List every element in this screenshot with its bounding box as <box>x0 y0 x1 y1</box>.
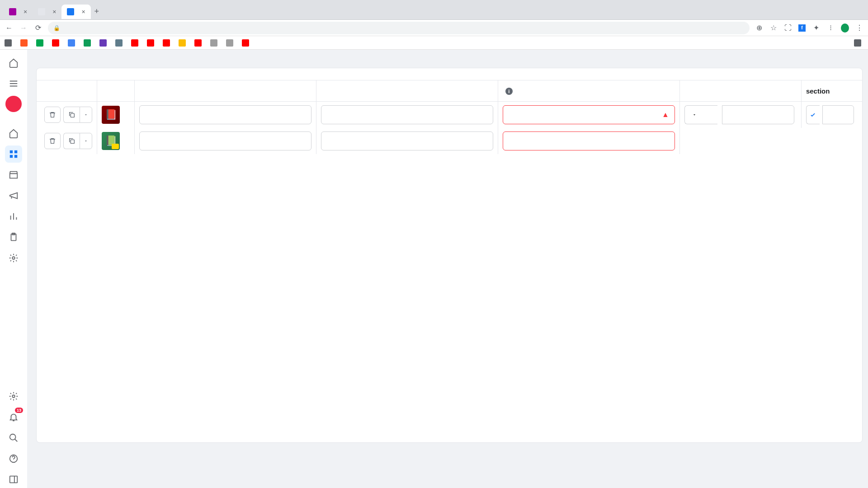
link-input[interactable] <box>509 111 658 119</box>
price-input[interactable] <box>722 105 794 124</box>
page-title <box>36 50 868 68</box>
close-icon[interactable]: × <box>52 8 56 15</box>
browser-tab-1[interactable]: × <box>4 5 33 19</box>
th-actions <box>37 80 97 102</box>
table-row: 📕 <box>37 102 862 128</box>
bookmark-item[interactable] <box>52 39 61 47</box>
left-nav: 13 <box>0 50 27 488</box>
help-icon[interactable] <box>5 450 22 467</box>
shop-icon[interactable] <box>5 166 22 183</box>
bookmark-item[interactable] <box>20 39 30 47</box>
link-field[interactable]: ▲ <box>503 105 675 124</box>
th-description <box>316 80 498 102</box>
svg-rect-1 <box>14 150 17 153</box>
bookmark-item[interactable] <box>163 39 172 47</box>
extensions-icon[interactable]: ✦ <box>812 24 820 32</box>
reading-list[interactable] <box>854 39 863 47</box>
copy-dropdown[interactable] <box>80 133 92 149</box>
gear-icon[interactable] <box>5 249 22 267</box>
bookmark-item[interactable] <box>210 39 220 47</box>
menu-icon[interactable] <box>5 75 22 92</box>
description-field[interactable] <box>321 105 493 124</box>
menu-icon[interactable]: ⁝ <box>826 24 835 32</box>
home-icon[interactable] <box>5 54 22 71</box>
svg-point-7 <box>10 434 16 440</box>
apps-bookmark[interactable] <box>5 39 14 47</box>
tab-favicon <box>67 8 74 15</box>
forward-button[interactable]: → <box>19 24 28 32</box>
delete-button[interactable] <box>44 133 61 149</box>
home-nav-icon[interactable] <box>5 125 22 142</box>
svg-rect-9 <box>10 476 18 483</box>
th-price <box>680 80 722 102</box>
th-sale-price: section <box>802 80 862 102</box>
back-button[interactable]: ← <box>5 24 14 32</box>
bookmark-item[interactable] <box>131 39 141 47</box>
gear-icon[interactable] <box>5 388 22 405</box>
browser-tab-3[interactable]: × <box>61 5 90 19</box>
delete-button[interactable] <box>44 107 61 123</box>
product-thumbnail[interactable]: 📗 <box>102 132 120 150</box>
bookmark-item[interactable] <box>179 39 188 47</box>
bell-icon[interactable]: 13 <box>5 408 22 426</box>
url-bar[interactable]: 🔒 <box>48 22 750 34</box>
star-icon[interactable]: ☆ <box>769 24 778 32</box>
currency-select[interactable] <box>684 105 717 124</box>
chevron-down-icon <box>692 113 697 117</box>
translate-icon[interactable]: ⛶ <box>784 24 792 32</box>
svg-point-6 <box>12 395 15 398</box>
copy-button[interactable] <box>63 107 80 123</box>
more-icon[interactable]: ⋮ <box>855 24 863 32</box>
summary-row <box>37 68 862 80</box>
description-field[interactable] <box>321 131 493 150</box>
title-input[interactable] <box>145 137 302 145</box>
clipboard-icon[interactable] <box>5 229 22 246</box>
copy-dropdown[interactable] <box>80 107 92 123</box>
sale-checkbox[interactable] <box>806 105 820 124</box>
search-icon[interactable] <box>5 429 22 446</box>
title-input[interactable] <box>145 111 302 119</box>
th-images <box>97 80 134 102</box>
table-row: 📗 <box>37 128 862 154</box>
svg-rect-10 <box>71 113 74 117</box>
info-icon[interactable]: i <box>505 88 513 95</box>
svg-point-5 <box>12 257 15 259</box>
bookmark-item[interactable] <box>242 39 251 47</box>
close-icon[interactable]: × <box>24 8 27 15</box>
app: 13 <box>0 50 868 488</box>
browser-url-row: ← → ⟳ 🔒 ⊕ ☆ ⛶ f ✦ ⁝ ⋮ <box>0 20 868 36</box>
title-field[interactable] <box>139 131 311 150</box>
profile-avatar[interactable] <box>5 96 22 112</box>
bookmark-item[interactable] <box>147 39 156 47</box>
th-price-amount <box>722 80 802 102</box>
copy-button[interactable] <box>63 133 80 149</box>
fb-extension-icon[interactable]: f <box>798 24 806 32</box>
bookmark-item[interactable] <box>226 39 236 47</box>
bookmark-item[interactable] <box>99 39 109 47</box>
analytics-icon[interactable] <box>5 208 22 225</box>
reload-button[interactable]: ⟳ <box>33 23 42 32</box>
sidebar-icon[interactable] <box>5 471 22 488</box>
link-field[interactable] <box>503 131 675 150</box>
megaphone-icon[interactable] <box>5 187 22 204</box>
browser-tab-2[interactable]: × <box>33 5 61 19</box>
bookmark-item[interactable] <box>36 39 46 47</box>
close-icon[interactable]: × <box>81 8 85 15</box>
svg-rect-3 <box>14 155 17 158</box>
bookmark-item[interactable] <box>68 39 77 47</box>
notification-badge: 13 <box>15 408 23 413</box>
catalog-icon[interactable] <box>5 145 22 163</box>
warning-icon: ▲ <box>662 111 669 119</box>
new-tab-button[interactable]: + <box>94 7 99 16</box>
bookmark-item[interactable] <box>84 39 93 47</box>
bookmark-item[interactable] <box>194 39 204 47</box>
zoom-icon[interactable]: ⊕ <box>755 24 763 32</box>
bookmarks-bar <box>0 36 868 50</box>
sale-price-input[interactable] <box>822 105 854 124</box>
svg-rect-11 <box>71 140 74 143</box>
product-thumbnail[interactable]: 📕 <box>102 106 120 124</box>
title-field[interactable] <box>139 105 311 124</box>
profile-avatar[interactable] <box>841 24 849 32</box>
bookmark-item[interactable] <box>115 39 125 47</box>
svg-rect-0 <box>10 150 13 153</box>
